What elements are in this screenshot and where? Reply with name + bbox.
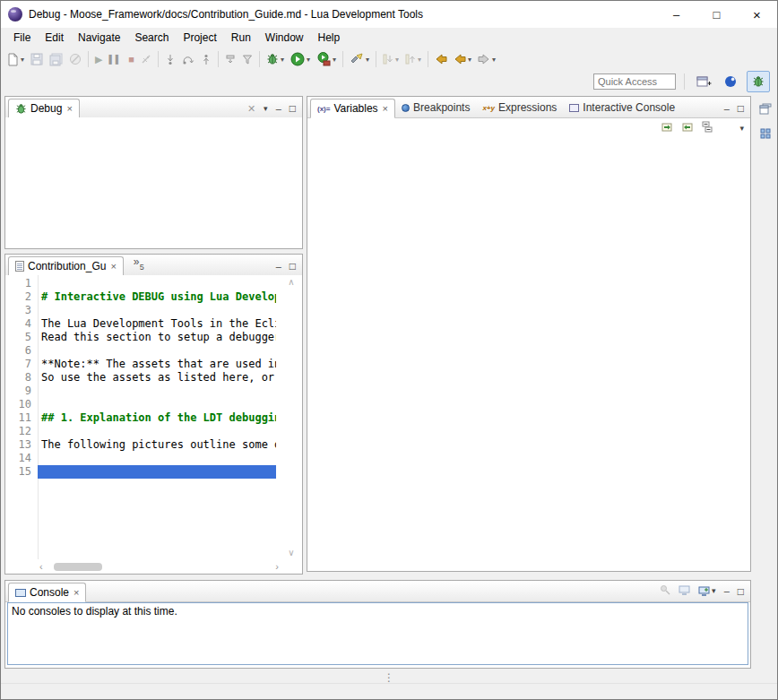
tab-debug-close-icon[interactable]: × bbox=[66, 103, 72, 114]
open-console-button[interactable]: ▾ bbox=[698, 586, 716, 596]
window-maximize-button[interactable]: □ bbox=[696, 1, 737, 28]
editor-horizontal-scrollbar[interactable]: ‹ › bbox=[39, 561, 279, 572]
scroll-up-icon[interactable]: ∧ bbox=[284, 277, 298, 287]
variables-maximize-button[interactable]: □ bbox=[738, 103, 744, 114]
view-tab[interactable]: x+y Expressions bbox=[476, 98, 563, 117]
next-annotation-dropdown-icon[interactable]: ▾ bbox=[395, 56, 399, 64]
show-logical-structure-button[interactable] bbox=[681, 121, 694, 136]
tab-editor-contribution-guide[interactable]: Contribution_Gu × bbox=[8, 256, 124, 276]
search-dropdown-icon[interactable]: ▾ bbox=[366, 56, 369, 64]
menu-item[interactable]: Search bbox=[127, 29, 176, 47]
step-into-button[interactable] bbox=[162, 49, 178, 69]
save-all-button[interactable] bbox=[47, 49, 65, 69]
display-selected-console-button[interactable] bbox=[679, 585, 690, 598]
console-maximize-button[interactable]: □ bbox=[738, 586, 744, 597]
editor-line: 1 bbox=[5, 277, 276, 290]
menu-item[interactable]: Edit bbox=[38, 29, 71, 47]
view-tab-icon: x+y bbox=[482, 104, 495, 112]
previous-annotation-dropdown-icon[interactable]: ▾ bbox=[418, 56, 421, 64]
titlebar: Debug - Moose_Framework/docs/Contributio… bbox=[1, 1, 777, 28]
overflow-count: 5 bbox=[140, 263, 144, 272]
debug-dropdown-icon[interactable]: ▾ bbox=[281, 56, 284, 64]
scrollbar-track[interactable] bbox=[47, 563, 272, 571]
menu-item[interactable]: Window bbox=[258, 29, 311, 47]
line-number: 15 bbox=[5, 465, 38, 479]
use-step-filters-button[interactable] bbox=[239, 49, 255, 69]
forward-dropdown-icon[interactable]: ▾ bbox=[492, 56, 496, 64]
editor-tab-overflow[interactable]: » 5 bbox=[131, 257, 149, 275]
view-tab[interactable]: (x)= Variables × bbox=[310, 99, 395, 118]
variables-minimize-button[interactable]: – bbox=[724, 104, 730, 114]
menu-item[interactable]: Run bbox=[224, 29, 258, 47]
debug-perspective-button[interactable] bbox=[747, 71, 770, 92]
scroll-left-icon[interactable]: ‹ bbox=[39, 561, 43, 572]
resume-button[interactable]: ▶ bbox=[92, 49, 105, 69]
remove-terminated-button[interactable]: ✕ bbox=[247, 104, 255, 114]
view-tab-label: Expressions bbox=[498, 101, 557, 114]
step-return-button[interactable] bbox=[198, 49, 214, 69]
last-edit-location-button[interactable] bbox=[432, 49, 450, 69]
previous-annotation-button[interactable]: ▾ bbox=[402, 49, 424, 69]
pin-console-button[interactable] bbox=[660, 584, 670, 598]
toolbar-separator bbox=[218, 51, 219, 67]
scrollbar-thumb[interactable] bbox=[54, 563, 102, 571]
console-header: Console × ▾ – □ bbox=[5, 581, 750, 602]
show-type-names-button[interactable] bbox=[661, 121, 673, 136]
lua-perspective-button[interactable] bbox=[720, 72, 741, 91]
view-tab[interactable]: Interactive Console bbox=[563, 98, 681, 117]
run-button[interactable]: ▾ bbox=[288, 49, 313, 69]
view-tab-close-icon[interactable]: × bbox=[383, 103, 388, 114]
sash-handle[interactable]: ⋮ bbox=[384, 671, 394, 684]
debug-view-maximize-button[interactable]: □ bbox=[290, 103, 296, 114]
tab-console[interactable]: Console × bbox=[8, 583, 86, 602]
window-minimize-button[interactable]: – bbox=[656, 1, 696, 28]
view-grid-button[interactable] bbox=[756, 125, 774, 143]
restore-views-button[interactable] bbox=[756, 99, 774, 117]
editor-minimize-button[interactable]: – bbox=[276, 262, 281, 272]
run-dropdown-icon[interactable]: ▾ bbox=[307, 56, 310, 64]
editor-vertical-scrollbar[interactable]: ∧ ∨ bbox=[284, 277, 298, 557]
skip-all-breakpoints-button[interactable] bbox=[66, 49, 84, 69]
debug-button[interactable]: ▾ bbox=[264, 49, 287, 69]
back-button[interactable]: ▾ bbox=[451, 49, 474, 69]
console-minimize-button[interactable]: – bbox=[724, 586, 730, 596]
new-wizard-button[interactable]: ▾ bbox=[4, 49, 27, 69]
step-over-button[interactable] bbox=[179, 49, 197, 69]
scroll-right-icon[interactable]: › bbox=[275, 561, 279, 572]
tab-editor-close-icon[interactable]: × bbox=[110, 261, 116, 272]
view-tabs: (x)= Variables × Breakpoints x+y Express… bbox=[310, 98, 681, 117]
editor-maximize-button[interactable]: □ bbox=[290, 261, 296, 272]
disconnect-button[interactable] bbox=[138, 49, 154, 69]
menu-item[interactable]: File bbox=[6, 29, 38, 47]
menu-item[interactable]: Help bbox=[311, 29, 348, 47]
tab-console-close-icon[interactable]: × bbox=[73, 587, 79, 598]
open-console-dropdown-icon[interactable]: ▾ bbox=[712, 587, 716, 595]
menu-item[interactable]: Navigate bbox=[71, 29, 127, 47]
collapse-all-button[interactable] bbox=[702, 121, 714, 136]
new-wizard-dropdown-icon[interactable]: ▾ bbox=[21, 56, 24, 64]
next-annotation-button[interactable]: ▾ bbox=[380, 49, 402, 69]
debug-view-menu-icon[interactable]: ▾ bbox=[264, 105, 268, 113]
open-perspective-button[interactable] bbox=[693, 72, 714, 91]
line-number: 11 bbox=[5, 411, 38, 425]
external-tools-button[interactable]: ▾ bbox=[314, 49, 339, 69]
view-tab[interactable]: Breakpoints bbox=[395, 98, 476, 117]
quick-access-input[interactable] bbox=[593, 73, 676, 90]
markdown-file-icon bbox=[15, 261, 24, 272]
search-button[interactable]: ▾ bbox=[347, 49, 372, 69]
back-dropdown-icon[interactable]: ▾ bbox=[468, 56, 471, 64]
terminate-button[interactable]: ■ bbox=[125, 49, 137, 69]
window-close-button[interactable]: × bbox=[737, 1, 777, 28]
tab-debug[interactable]: Debug × bbox=[8, 99, 80, 118]
editor-text-area[interactable]: 1 2 # Interactive DEBUG using Lua Develo… bbox=[5, 277, 276, 559]
scroll-down-icon[interactable]: ∨ bbox=[284, 548, 298, 557]
variables-view-menu-icon[interactable]: ▾ bbox=[739, 125, 744, 133]
menu-item[interactable]: Project bbox=[176, 29, 223, 47]
drop-to-frame-button[interactable] bbox=[222, 49, 238, 69]
debug-view-minimize-button[interactable]: – bbox=[276, 104, 281, 114]
forward-button[interactable]: ▾ bbox=[475, 49, 498, 69]
external-tools-dropdown-icon[interactable]: ▾ bbox=[333, 56, 336, 64]
line-number: 7 bbox=[5, 358, 38, 371]
suspend-button[interactable]: ▌▌ bbox=[106, 49, 125, 69]
save-button[interactable] bbox=[28, 49, 46, 69]
